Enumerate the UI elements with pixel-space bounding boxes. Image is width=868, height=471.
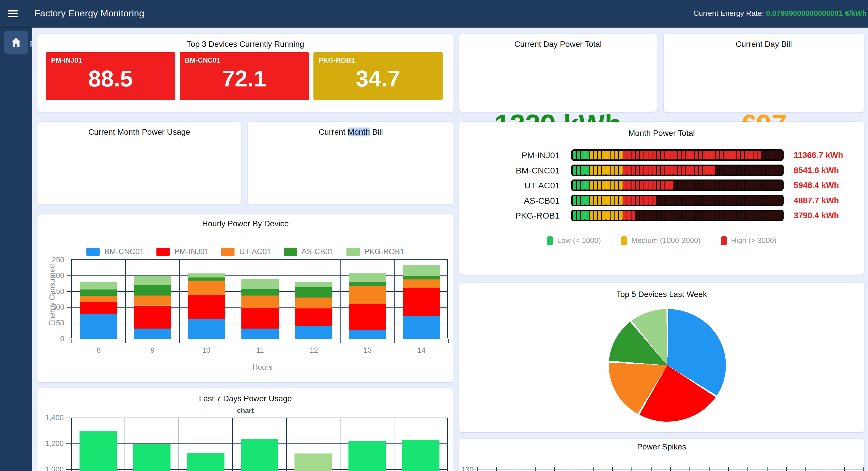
divider	[461, 230, 862, 230]
gauge-segment	[745, 151, 749, 159]
gauge-segment	[611, 211, 614, 220]
stacked-bar-segment	[188, 281, 225, 295]
gauge-segment	[594, 196, 597, 205]
y-tick	[66, 418, 71, 418]
gauge-segment	[594, 166, 597, 175]
gauge-segment	[737, 151, 740, 159]
gauge-segment	[728, 196, 732, 205]
gauge-segment	[728, 181, 732, 189]
stacked-bar-segment	[80, 302, 117, 314]
gauge-row-label: BM-CNC01	[459, 166, 560, 175]
gridline-v	[125, 418, 125, 471]
gauge-row-value: 5948.4 kWh	[794, 181, 839, 190]
gauge-row-value: 11366.7 kWh	[794, 150, 843, 160]
bar	[402, 440, 439, 471]
legend-swatch	[721, 236, 727, 245]
y-tick-label: 1,200	[37, 439, 64, 448]
gauge-segment	[652, 181, 656, 189]
device-tile-value: 34.7	[313, 65, 443, 92]
y-tick	[67, 275, 71, 276]
x-tick	[535, 467, 536, 471]
stacked-bar-segment	[241, 289, 279, 296]
gauge-segment	[753, 211, 757, 220]
y-tick	[67, 338, 71, 339]
stacked-bar-segment	[80, 290, 117, 296]
gauge-segment	[678, 151, 681, 159]
gauge-segment	[716, 196, 719, 205]
gauge-segment	[778, 211, 782, 220]
gauge-segment	[699, 196, 702, 205]
x-tick-label: 11	[233, 346, 287, 355]
gauge-segment	[585, 166, 589, 175]
gauge-segment	[598, 151, 601, 159]
gauge-segment	[581, 211, 585, 220]
gauge-segment	[602, 166, 606, 175]
gauge-segment	[615, 181, 618, 189]
legend-item: AS-CB01	[284, 247, 334, 256]
gauge-segment	[627, 211, 631, 220]
gauge-segment	[581, 151, 585, 159]
gauge-segment	[585, 211, 589, 220]
gauge-segment	[640, 211, 644, 220]
gauge-segment	[707, 211, 711, 220]
gauge-segment	[670, 151, 673, 159]
gauge-segment	[631, 166, 635, 175]
panel-title: Month Power Total	[459, 129, 864, 138]
legend-swatch	[221, 248, 235, 256]
stacked-bar-segment	[403, 279, 440, 288]
home-button[interactable]	[4, 31, 28, 54]
stacked-bar-segment	[403, 265, 440, 276]
panel-title: Power Spikes	[459, 442, 864, 451]
gauge-segment	[631, 196, 635, 205]
gauge-segment	[598, 181, 601, 189]
x-tick-label: 10	[179, 346, 233, 355]
gauge-segment	[686, 211, 690, 220]
stacked-bar-segment	[295, 287, 332, 297]
gauge-segment	[716, 211, 719, 220]
x-tick	[786, 467, 787, 471]
gauge-segment	[577, 166, 581, 175]
gauge-segment	[732, 166, 736, 175]
gauge-segment	[644, 211, 648, 220]
x-tick	[863, 467, 864, 471]
gauge-segment	[707, 196, 711, 205]
gauge-segment	[661, 196, 664, 205]
gauge-bar	[571, 149, 784, 161]
gauge-segment	[577, 151, 581, 159]
gauge-segment	[619, 196, 623, 205]
gauge-segment	[619, 151, 623, 159]
gauge-segment	[732, 151, 736, 159]
gauge-segment	[749, 211, 753, 220]
gauge-segment	[581, 166, 585, 175]
gauge-segment	[686, 166, 690, 175]
legend-label: Low (< 1000)	[557, 236, 601, 245]
stacked-bar-segment	[349, 330, 386, 339]
x-tick	[689, 467, 690, 471]
stacked-bar-segment	[295, 282, 332, 287]
gauge-segment	[770, 196, 774, 205]
gauge-segment	[770, 181, 774, 189]
gauge-segment	[665, 166, 669, 175]
gauge-segment	[623, 196, 627, 205]
gauge-segment	[682, 196, 686, 205]
gauge-segment	[665, 181, 669, 189]
gauge-segment	[577, 181, 581, 189]
x-tick	[651, 467, 652, 471]
gauge-segment	[699, 166, 702, 175]
y-tick	[472, 470, 476, 470]
gauge-segment	[636, 181, 640, 189]
home-icon	[10, 36, 22, 49]
gauge-segment	[703, 181, 707, 189]
device-tile: PM-INJ0188.5	[46, 52, 175, 100]
gauge-segment	[753, 181, 757, 189]
gauge-segment	[631, 211, 635, 220]
gauge-segment	[737, 211, 740, 220]
gauge-segment	[661, 181, 664, 189]
gauge-segment	[611, 166, 614, 175]
x-tick	[825, 467, 825, 471]
stacked-bar-segment	[188, 319, 225, 339]
bar	[241, 439, 278, 471]
gauge-segment	[640, 166, 644, 175]
hamburger-menu-icon[interactable]	[8, 9, 19, 19]
gauge-segment	[766, 166, 770, 175]
